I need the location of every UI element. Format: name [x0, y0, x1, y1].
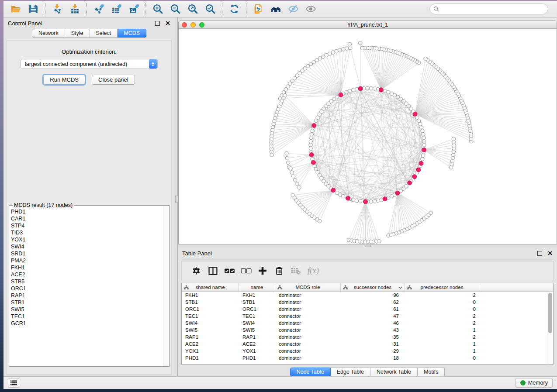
dominator-node[interactable] [311, 160, 315, 165]
mcds-result-item[interactable]: SRD1 [11, 250, 163, 257]
cell-name[interactable]: SWI5 [239, 327, 275, 334]
export-image-button[interactable] [125, 2, 142, 16]
mcds-result-item[interactable]: SWI5 [11, 306, 163, 313]
cell-successor-nodes[interactable]: 47 [341, 313, 405, 320]
tab-node-table[interactable]: Node Table [290, 368, 331, 376]
mcds-result-item[interactable]: PHD1 [11, 208, 163, 215]
cell-shared-name[interactable]: STB1 [182, 299, 239, 306]
cell-successor-nodes[interactable]: 62 [341, 299, 405, 306]
splitter-grip[interactable] [364, 245, 371, 247]
dominator-node[interactable] [422, 148, 426, 152]
tab-network[interactable]: Network [32, 29, 65, 38]
memory-button[interactable]: Memory [515, 378, 553, 388]
show-columns-button[interactable] [204, 263, 221, 279]
dominator-node[interactable] [363, 199, 367, 204]
column-header-MCDS-role[interactable]: MCDS role [275, 283, 341, 291]
create-column-button[interactable] [254, 263, 271, 279]
mcds-result-item[interactable]: RAP1 [11, 292, 163, 299]
cell-predecessor-nodes[interactable]: 2 [405, 313, 479, 320]
table-row[interactable]: ACE2ACE2connector311 [182, 340, 553, 347]
cell-predecessor-nodes[interactable]: 0 [405, 354, 479, 361]
cell-MCDS-role[interactable]: connector [275, 313, 341, 320]
cell-name[interactable]: ORC1 [239, 306, 275, 313]
mcds-result-item[interactable]: TID3 [11, 229, 163, 236]
table-row[interactable]: FKH1FKH1dominator962 [182, 292, 553, 299]
cell-name[interactable]: STB1 [239, 299, 275, 306]
deselect-all-columns-button[interactable] [238, 263, 254, 279]
mcds-result-item[interactable]: STP4 [11, 222, 163, 229]
tab-mcds[interactable]: MCDS [118, 29, 146, 38]
dominator-node[interactable] [419, 161, 423, 165]
cell-predecessor-nodes[interactable]: 1 [405, 347, 479, 354]
cell-MCDS-role[interactable]: dominator [275, 306, 341, 313]
mcds-result-item[interactable]: TEC1 [11, 313, 163, 320]
network-canvas[interactable] [179, 29, 557, 244]
cell-predecessor-nodes[interactable]: 0 [405, 306, 479, 313]
cell-shared-name[interactable]: ORC1 [182, 306, 239, 313]
dominator-node[interactable] [346, 196, 350, 200]
table-row[interactable]: RAP1RAP1dominator352 [182, 334, 553, 340]
mcds-result-item[interactable]: FKH1 [11, 264, 163, 271]
column-header-shared-name[interactable]: shared name [182, 283, 239, 291]
cell-successor-nodes[interactable]: 96 [341, 292, 405, 299]
tab-style[interactable]: Style [65, 29, 90, 38]
cell-successor-nodes[interactable]: 61 [341, 306, 405, 313]
tab-select[interactable]: Select [90, 29, 118, 38]
cell-shared-name[interactable]: PHD1 [182, 354, 239, 361]
refresh-view-button[interactable] [225, 2, 243, 16]
tab-edge-table[interactable]: Edge Table [331, 368, 370, 376]
mcds-result-item[interactable]: CAR1 [11, 215, 163, 222]
mcds-result-item[interactable]: YOX1 [11, 236, 163, 243]
dominator-node[interactable] [358, 86, 363, 91]
cell-MCDS-role[interactable]: dominator [275, 354, 341, 361]
cell-predecessor-nodes[interactable]: 0 [405, 299, 479, 306]
cell-predecessor-nodes[interactable]: 2 [405, 320, 479, 327]
cell-MCDS-role[interactable]: dominator [275, 320, 341, 327]
mcds-result-item[interactable]: ORC1 [11, 285, 163, 292]
first-neighbors-button[interactable] [267, 2, 284, 16]
cell-predecessor-nodes[interactable]: 2 [405, 334, 479, 340]
dominator-node[interactable] [331, 188, 336, 193]
tab-motifs[interactable]: Motifs [418, 368, 445, 376]
open-file-button[interactable] [7, 2, 24, 16]
zoom-in-button[interactable] [149, 2, 166, 16]
float-table-panel-button[interactable] [537, 251, 542, 256]
cell-name[interactable]: ACE2 [239, 340, 275, 347]
horizontal-splitter[interactable] [178, 244, 557, 248]
vertical-splitter[interactable] [175, 17, 178, 376]
mcds-result-item[interactable]: GCR1 [11, 320, 163, 327]
mcds-result-item[interactable]: STB5 [11, 278, 163, 285]
cell-shared-name[interactable]: YOX1 [182, 347, 239, 354]
cell-predecessor-nodes[interactable]: 2 [405, 292, 479, 299]
dominator-node[interactable] [408, 181, 412, 185]
dominator-node[interactable] [413, 112, 417, 116]
table-row[interactable]: SWI5SWI5connector431 [182, 327, 553, 334]
export-table-button[interactable] [107, 2, 125, 16]
dominator-node[interactable] [383, 197, 387, 201]
table-scrollbar-thumb[interactable] [548, 293, 552, 333]
cell-shared-name[interactable]: FKH1 [182, 292, 239, 299]
zoom-out-button[interactable] [166, 2, 184, 16]
cell-successor-nodes[interactable]: 18 [341, 354, 405, 361]
cell-successor-nodes[interactable]: 35 [341, 334, 405, 340]
column-header-successor-nodes[interactable]: successor nodes [341, 283, 405, 291]
zoom-selected-button[interactable] [201, 2, 219, 16]
search-input[interactable] [441, 6, 544, 12]
close-table-panel-button[interactable]: ✕ [547, 250, 553, 256]
cell-name[interactable]: SWI4 [239, 320, 275, 327]
dominator-node[interactable] [312, 124, 316, 128]
cell-shared-name[interactable]: ACE2 [182, 340, 239, 347]
table-row[interactable]: TEC1TEC1connector472 [182, 313, 553, 320]
zoom-fit-button[interactable] [184, 2, 201, 16]
cell-MCDS-role[interactable]: dominator [275, 299, 341, 306]
dominator-node[interactable] [395, 191, 400, 195]
column-header-name[interactable]: name [239, 283, 275, 291]
column-header-predecessor-nodes[interactable]: predecessor nodes [405, 283, 479, 291]
table-row[interactable]: YOX1YOX1connector291 [182, 347, 553, 354]
cell-successor-nodes[interactable]: 29 [341, 347, 405, 354]
cell-MCDS-role[interactable]: connector [275, 340, 341, 347]
delete-columns-button[interactable] [271, 263, 287, 279]
cell-shared-name[interactable]: RAP1 [182, 334, 239, 340]
dominator-node[interactable] [416, 168, 421, 172]
table-row[interactable]: SWI4SWI4dominator462 [182, 320, 553, 327]
